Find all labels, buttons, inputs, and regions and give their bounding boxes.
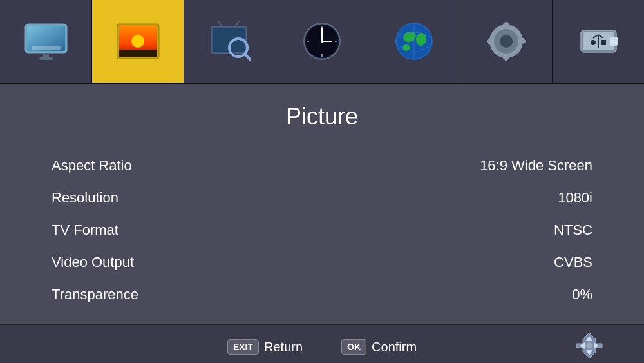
setting-label: Transparence: [52, 286, 138, 303]
settings-row: Transparence 0%: [52, 279, 592, 311]
top-navigation: [0, 0, 644, 84]
setting-value: 16:9 Wide Screen: [480, 157, 592, 174]
nav-item-settings[interactable]: [460, 0, 553, 83]
svg-point-9: [131, 35, 144, 48]
nav-item-internet[interactable]: [368, 0, 460, 83]
search-tv-icon: [204, 15, 256, 67]
monitor-icon: [20, 15, 71, 67]
setting-value: CVBS: [554, 254, 592, 271]
ok-action[interactable]: OK Confirm: [341, 339, 417, 355]
svg-point-58: [586, 342, 592, 349]
ok-badge: OK: [341, 339, 366, 355]
page-title: Picture: [52, 103, 592, 130]
setting-label: Resolution: [52, 190, 118, 206]
settings-row: Video Output CVBS: [52, 246, 592, 279]
svg-rect-47: [610, 37, 618, 46]
svg-rect-5: [39, 57, 53, 60]
svg-point-51: [591, 41, 595, 44]
bottom-bar: EXIT Return OK Confirm: [0, 324, 644, 363]
exit-label: Return: [264, 340, 303, 355]
settings-row: Aspect Ratio 16:9 Wide Screen: [52, 150, 592, 182]
exit-badge: EXIT: [227, 339, 259, 355]
settings-row: TV Format NTSC: [52, 214, 592, 246]
svg-line-15: [218, 21, 222, 26]
ok-label: Confirm: [372, 340, 417, 355]
settings-row: Resolution 1080i: [52, 182, 592, 214]
gear-icon: [480, 15, 532, 67]
svg-point-36: [500, 35, 513, 48]
svg-rect-4: [43, 53, 49, 58]
usb-icon: [573, 15, 624, 67]
svg-line-16: [235, 21, 240, 26]
nav-item-usb[interactable]: [553, 0, 644, 83]
picture-icon: [112, 15, 164, 67]
setting-label: Aspect Ratio: [52, 157, 132, 174]
nav-cross-icon[interactable]: [573, 329, 605, 363]
nav-item-search[interactable]: [184, 0, 276, 83]
main-content: Picture Aspect Ratio 16:9 Wide Screen Re…: [0, 84, 644, 324]
nav-item-picture[interactable]: [92, 0, 184, 83]
setting-label: Video Output: [52, 254, 134, 271]
bottom-actions: EXIT Return OK Confirm: [227, 339, 417, 355]
setting-label: TV Format: [52, 222, 118, 239]
clock-icon: [296, 15, 348, 67]
svg-rect-10: [119, 50, 157, 57]
exit-action[interactable]: EXIT Return: [227, 339, 303, 355]
svg-rect-52: [601, 41, 605, 44]
setting-value: 0%: [572, 286, 592, 303]
setting-value: NTSC: [554, 222, 592, 239]
svg-rect-3: [32, 46, 61, 50]
nav-item-monitor[interactable]: [0, 0, 92, 83]
svg-line-14: [245, 54, 250, 59]
settings-table: Aspect Ratio 16:9 Wide Screen Resolution…: [52, 150, 592, 311]
nav-item-clock[interactable]: [276, 0, 368, 83]
setting-value: 1080i: [558, 190, 592, 206]
globe-icon: [388, 15, 440, 67]
